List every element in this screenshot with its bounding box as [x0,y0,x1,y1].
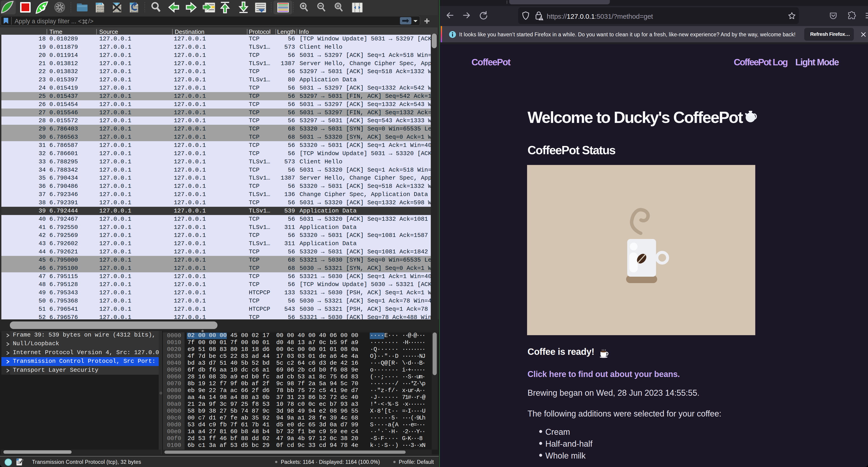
svg-text:01110: 01110 [131,10,138,13]
svg-text:01110: 01110 [97,10,104,13]
